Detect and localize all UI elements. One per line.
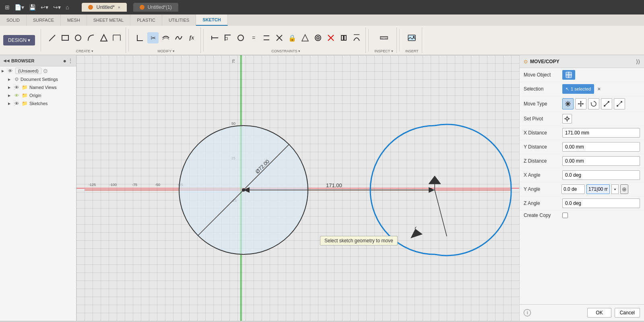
top-bar: ⊞ 📄▾ 💾 ↩▾ ↪▾ ⌂ Untitled* × Untitled*(1) [0, 0, 644, 14]
insert-image-tool[interactable] [406, 32, 417, 43]
visibility-icon-named-views[interactable]: 👁 [14, 85, 20, 90]
cross-constraint[interactable] [325, 32, 336, 43]
tab-plastic[interactable]: PLASTIC [130, 14, 162, 26]
y-angle-input2[interactable] [586, 184, 610, 194]
title-tab-secondary[interactable]: Untitled*(1) [133, 3, 178, 12]
visibility-icon-sketches[interactable]: 👁 [14, 101, 20, 106]
selection-button[interactable]: ↖ 1 selected [562, 84, 594, 94]
lock-constraint[interactable]: 🔒 [287, 32, 298, 43]
pivot-icon[interactable] [562, 114, 572, 124]
equal-constraint[interactable]: = [248, 32, 259, 43]
offset-tool[interactable] [160, 32, 171, 43]
y-angle-menu-button[interactable]: ▾ [611, 184, 619, 194]
dimension-tool[interactable] [111, 32, 122, 43]
create-group: CREATE ▾ [43, 27, 126, 53]
browser-collapse-arrow[interactable]: ◀◀ [3, 58, 10, 63]
visibility-icon-root[interactable]: 👁 [8, 68, 14, 73]
browser-item-root[interactable]: ▶ 👁 (Unsaved) ⊙ [0, 66, 76, 75]
concentric-constraint[interactable] [312, 32, 324, 43]
ok-button[interactable]: OK [587, 308, 611, 318]
move-type-extra[interactable] [614, 98, 625, 109]
spline-tool[interactable] [173, 32, 184, 43]
close-tab-button[interactable]: × [118, 5, 120, 10]
y-angle-input1[interactable] [561, 184, 585, 194]
named-views-label: Named Views [29, 85, 57, 90]
record-button[interactable]: ⊙ [43, 68, 48, 74]
tab-surface[interactable]: SURFACE [27, 14, 61, 26]
svg-text:171.00: 171.00 [326, 182, 342, 188]
bracket-constraint[interactable] [338, 32, 349, 43]
measure-tool[interactable] [378, 32, 390, 43]
browser-pin-icon[interactable]: ● [63, 58, 66, 64]
trim-tool[interactable]: ✂ [147, 32, 159, 43]
tab-sheet-metal[interactable]: SHEET METAL [87, 14, 130, 26]
browser-item-named-views[interactable]: ▶ 👁 📁 Named Views [0, 83, 76, 91]
horizontal-constraint[interactable] [209, 32, 221, 43]
parallel-constraint[interactable] [261, 32, 272, 43]
tab-solid[interactable]: SOLID [0, 14, 27, 26]
move-type-rotate[interactable] [588, 98, 599, 109]
save-icon[interactable]: 💾 [27, 3, 37, 11]
x-angle-input[interactable] [562, 170, 640, 180]
x-angle-row: X Angle [520, 168, 644, 182]
y-angle-row: Y Angle ▾ ⊕ [520, 182, 644, 196]
rectangle-tool[interactable] [60, 32, 71, 43]
create-copy-checkbox[interactable] [562, 213, 568, 218]
panel-footer: i OK Cancel [520, 304, 644, 321]
tab-sketch[interactable]: SKETCH [196, 14, 227, 26]
visibility-icon-origin[interactable]: 👁 [14, 93, 20, 98]
move-type-point-to-point[interactable] [601, 98, 612, 109]
x-distance-input[interactable] [562, 128, 640, 138]
apps-icon[interactable]: ⊞ [3, 3, 11, 11]
fillet-tool[interactable] [134, 32, 146, 43]
separator-4 [368, 29, 369, 52]
title-tab2-label: Untitled*(1) [148, 4, 172, 10]
home-icon[interactable]: ⌂ [64, 3, 70, 11]
right-angle-constraint[interactable] [222, 32, 233, 43]
arc-tool[interactable] [85, 32, 97, 43]
undo-icon[interactable]: ↩▾ [39, 3, 50, 11]
panel-expand-button[interactable]: ⟩⟩ [636, 58, 640, 65]
browser-title: BROWSER [11, 58, 62, 63]
tab-utilities[interactable]: UTILITIES [162, 14, 196, 26]
triangle-tool[interactable] [98, 32, 109, 43]
constraints-label[interactable]: CONSTRAINTS ▾ [271, 49, 300, 53]
x-constraint[interactable] [274, 32, 285, 43]
create-copy-label: Create Copy [524, 213, 560, 218]
z-angle-input[interactable] [562, 198, 640, 208]
new-file-icon[interactable]: 📄▾ [13, 3, 26, 11]
fx-tool[interactable]: fx [186, 32, 197, 43]
browser-item-sketches[interactable]: ▶ 👁 📁 Sketches [0, 99, 76, 107]
move-object-icon[interactable] [562, 70, 575, 80]
browser-item-origin[interactable]: ▶ 👁 📁 Origin [0, 91, 76, 99]
svg-marker-3 [101, 35, 107, 41]
circle-tool[interactable] [72, 32, 84, 43]
move-type-free[interactable] [562, 98, 574, 109]
redo-icon[interactable]: ↪▾ [52, 3, 62, 11]
browser-item-doc-settings[interactable]: ▶ ⚙ Document Settings [0, 75, 76, 83]
tab-mesh[interactable]: MESH [61, 14, 87, 26]
info-icon[interactable]: i [524, 309, 531, 316]
triangle-constraint[interactable] [299, 32, 311, 43]
move-type-translate[interactable] [575, 98, 586, 109]
modify-group: ✂ fx MODIFY ▾ [131, 27, 201, 53]
move-type-label: Move Type [524, 101, 560, 107]
svg-marker-42 [411, 226, 423, 238]
quick-access-toolbar: ⊞ 📄▾ 💾 ↩▾ ↪▾ ⌂ [3, 3, 70, 11]
circle-constraint[interactable] [235, 32, 246, 43]
design-button[interactable]: DESIGN ▾ [3, 35, 35, 45]
z-distance-input[interactable] [562, 156, 640, 166]
cancel-button[interactable]: Cancel [615, 308, 640, 318]
modify-label[interactable]: MODIFY ▾ [157, 49, 174, 53]
y-angle-extra-button[interactable]: ⊕ [620, 184, 628, 194]
curve-constraint[interactable] [351, 32, 362, 43]
browser-menu-icon[interactable]: ⋮ [68, 58, 73, 64]
canvas-area[interactable]: -125 -100 -75 -50 -25 75 50 25 -25 Ø72.0… [76, 55, 519, 321]
line-tool[interactable] [47, 32, 58, 43]
create-label[interactable]: CREATE ▾ [76, 49, 93, 53]
move-object-label: Move Object [524, 72, 560, 78]
y-distance-input[interactable] [562, 142, 640, 152]
title-tab-main[interactable]: Untitled* × [82, 3, 126, 12]
inspect-label[interactable]: INSPECT ▾ [374, 49, 393, 53]
selection-clear-button[interactable]: × [597, 85, 601, 93]
